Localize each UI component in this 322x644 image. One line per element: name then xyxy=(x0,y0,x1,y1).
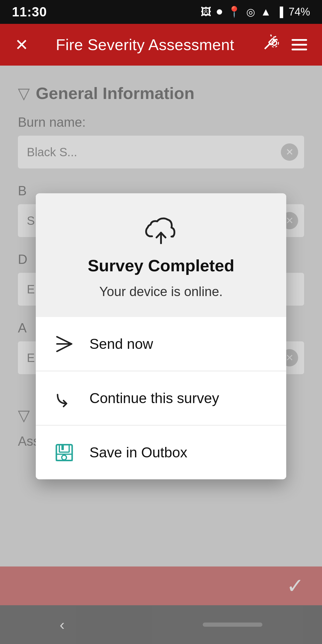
image-icon: 🖼 xyxy=(201,6,211,18)
cloud-upload-icon xyxy=(140,214,182,244)
location-icon: 📍 xyxy=(227,6,241,18)
status-icons: 🖼 📍 ◎ ▲ ▐ 74% xyxy=(201,6,310,18)
status-time: 11:30 xyxy=(12,4,47,19)
wifi-icon: ▲ xyxy=(261,6,271,18)
send-now-label: Send now xyxy=(89,336,153,352)
dialog-header: Survey Completed Your device is online. xyxy=(36,193,286,317)
svg-rect-11 xyxy=(61,445,64,450)
app-header: ✕ Fire Severity Assessment xyxy=(0,24,322,66)
continue-icon xyxy=(54,388,75,408)
send-now-option[interactable]: Send now xyxy=(36,317,286,371)
header-right-icons xyxy=(262,34,307,55)
svg-rect-10 xyxy=(59,445,69,452)
svg-line-4 xyxy=(271,35,271,36)
signal-icon: ▐ xyxy=(276,7,283,18)
continue-survey-option[interactable]: Continue this survey xyxy=(36,371,286,425)
menu-button[interactable] xyxy=(292,39,307,50)
save-outbox-option[interactable]: Save in Outbox xyxy=(36,425,286,479)
continue-survey-label: Continue this survey xyxy=(89,390,219,406)
header-title: Fire Severity Assessment xyxy=(56,36,234,54)
dialog-subtitle: Your device is online. xyxy=(99,284,223,299)
battery-indicator: 74% xyxy=(289,6,310,18)
dialog-title: Survey Completed xyxy=(88,256,234,275)
circle-icon: ◎ xyxy=(246,6,255,18)
save-outbox-label: Save in Outbox xyxy=(89,444,187,461)
satellite-icon xyxy=(262,34,280,55)
close-button[interactable]: ✕ xyxy=(15,35,28,54)
send-icon xyxy=(54,333,75,354)
survey-completed-dialog: Survey Completed Your device is online. … xyxy=(36,193,286,479)
status-bar: 11:30 🖼 📍 ◎ ▲ ▐ 74% xyxy=(0,0,322,24)
svg-point-13 xyxy=(62,455,66,460)
save-outbox-icon xyxy=(54,442,75,463)
svg-line-2 xyxy=(273,36,276,38)
